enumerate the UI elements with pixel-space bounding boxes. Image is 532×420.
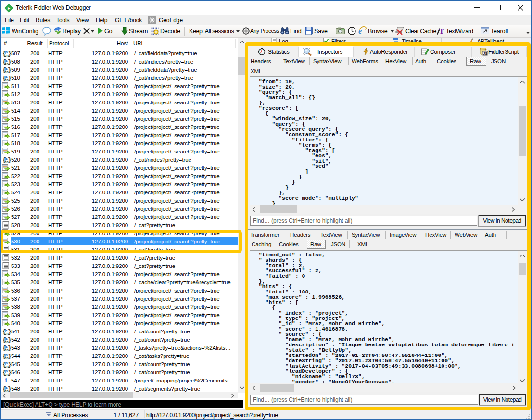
- svg-text:cn: cn: [5, 340, 9, 343]
- svg-text:cn: cn: [5, 78, 9, 81]
- svg-text:cn: cn: [5, 356, 9, 359]
- svg-text:cn: cn: [5, 331, 9, 335]
- svg-text:cn: cn: [5, 389, 9, 392]
- svg-text:cn: cn: [5, 364, 9, 368]
- svg-text:cn: cn: [5, 348, 9, 351]
- svg-text:cn: cn: [5, 160, 9, 163]
- svg-text:cn: cn: [5, 62, 9, 65]
- svg-text:T: T: [439, 27, 444, 35]
- svg-text:cn: cn: [5, 53, 9, 57]
- svg-text:cn: cn: [5, 70, 9, 73]
- svg-text:cn: cn: [5, 372, 9, 376]
